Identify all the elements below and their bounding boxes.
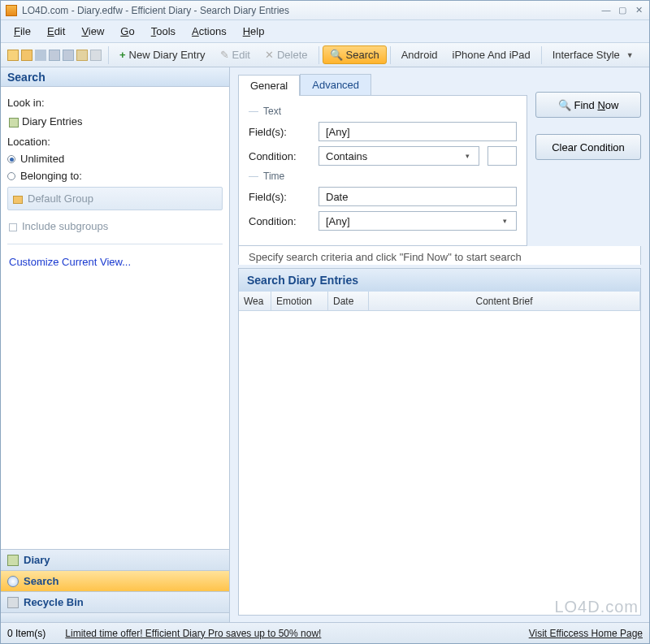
- radio-icon: [7, 172, 15, 180]
- text-condition-select[interactable]: Contains▾: [318, 146, 479, 166]
- nav-recycle[interactable]: Recycle Bin: [1, 591, 229, 612]
- radio-belonging[interactable]: Belonging to:: [7, 170, 223, 182]
- col-content[interactable]: Content Brief: [369, 292, 640, 310]
- chevron-down-icon: ▾: [466, 152, 472, 160]
- toolbar-quick-icons: [4, 50, 105, 61]
- radio-unlimited[interactable]: Unlimited: [7, 153, 223, 165]
- interface-style-dropdown[interactable]: Interface Style▼: [545, 45, 641, 64]
- window-title: LO4D.com - Diary.edfw - Efficient Diary …: [22, 5, 600, 16]
- text-value-input[interactable]: [488, 146, 517, 166]
- left-panel: Search Look in: Diary Entries Location: …: [1, 67, 230, 622]
- results-header: Search Diary Entries: [239, 269, 640, 292]
- menu-tools[interactable]: Tools: [145, 22, 182, 41]
- location-label: Location:: [7, 136, 223, 148]
- checkbox-icon: [9, 223, 17, 231]
- delete-button: ✕Delete: [258, 45, 315, 64]
- col-date[interactable]: Date: [328, 292, 369, 310]
- search-button[interactable]: 🔍Search: [323, 45, 387, 64]
- delete-icon: ✕: [265, 49, 274, 61]
- time-fields-select[interactable]: Date: [318, 187, 517, 206]
- iphone-button[interactable]: iPhone And iPad: [445, 45, 538, 64]
- status-offer-link[interactable]: Limited time offer! Efficient Diary Pro …: [65, 628, 321, 639]
- results-body: [239, 311, 640, 615]
- tab-general[interactable]: General: [238, 75, 300, 96]
- sep-icon: [35, 50, 46, 61]
- col-weather[interactable]: Wea: [239, 292, 271, 310]
- results-columns: Wea Emotion Date Content Brief: [239, 292, 640, 311]
- new-diary-entry-button[interactable]: +New Diary Entry: [112, 45, 213, 64]
- radio-icon: [7, 155, 15, 163]
- minimize-button[interactable]: —: [600, 6, 612, 15]
- menubar: File Edit View Go Tools Actions Help: [1, 20, 649, 43]
- close-button[interactable]: ✕: [633, 6, 644, 15]
- instruction-text: Specify search criteria and click "Find …: [238, 246, 641, 265]
- time-condition-label: Condition:: [249, 215, 310, 227]
- menu-go[interactable]: Go: [114, 22, 141, 41]
- text-fields-label: Field(s):: [249, 126, 310, 138]
- toolbar: +New Diary Entry ✎Edit ✕Delete 🔍Search A…: [1, 43, 649, 67]
- nav-search[interactable]: Search: [1, 570, 229, 591]
- nav-list: Diary Search Recycle Bin: [1, 549, 229, 622]
- back-icon[interactable]: [49, 50, 60, 61]
- col-emotion[interactable]: Emotion: [271, 292, 328, 310]
- menu-help[interactable]: Help: [236, 22, 271, 41]
- edit-button: ✎Edit: [213, 45, 258, 64]
- results-block: Search Diary Entries Wea Emotion Date Co…: [238, 268, 641, 616]
- look-in-value[interactable]: Diary Entries: [7, 112, 223, 131]
- text-fields-select[interactable]: [Any]: [318, 122, 517, 141]
- magnifier-icon: 🔍: [330, 49, 343, 61]
- titlebar: LO4D.com - Diary.edfw - Efficient Diary …: [1, 1, 649, 20]
- look-in-label: Look in:: [7, 97, 223, 109]
- statusbar: 0 Item(s) Limited time offer! Efficient …: [1, 622, 649, 643]
- diary-icon: [7, 555, 19, 566]
- forward-icon[interactable]: [63, 50, 74, 61]
- menu-edit[interactable]: Edit: [41, 22, 72, 41]
- menu-actions[interactable]: Actions: [185, 22, 233, 41]
- include-subgroups-checkbox: Include subgroups: [7, 217, 223, 236]
- time-section-label: Time: [249, 171, 517, 182]
- time-condition-select[interactable]: [Any]▾: [318, 211, 517, 231]
- right-panel: General Advanced Text Field(s): [Any] Co…: [230, 67, 649, 622]
- plus-icon: +: [119, 49, 126, 61]
- new-file-icon[interactable]: [7, 50, 19, 61]
- app-icon: [6, 5, 17, 16]
- pencil-icon: ✎: [220, 49, 229, 61]
- find-now-button[interactable]: 🔍Find Now: [535, 92, 641, 118]
- android-button[interactable]: Android: [394, 45, 445, 64]
- group-selector: Default Group: [7, 187, 223, 210]
- print-icon[interactable]: [76, 50, 88, 61]
- tab-advanced[interactable]: Advanced: [300, 74, 371, 95]
- chevron-down-icon: ▼: [626, 51, 634, 59]
- folder-icon: [13, 196, 23, 204]
- maximize-button[interactable]: ▢: [617, 6, 628, 15]
- time-fields-label: Field(s):: [249, 191, 310, 203]
- open-icon[interactable]: [21, 50, 32, 61]
- menu-file[interactable]: File: [7, 22, 37, 41]
- nav-collapse-bar[interactable]: [1, 612, 229, 622]
- nav-diary[interactable]: Diary: [1, 549, 229, 570]
- text-section-label: Text: [249, 106, 517, 117]
- left-panel-header: Search: [1, 67, 229, 87]
- clear-condition-button[interactable]: Clear Condition: [535, 134, 641, 160]
- customize-view-link[interactable]: Customize Current View...: [7, 253, 223, 271]
- search-icon: [7, 576, 19, 587]
- book-icon: [9, 118, 19, 128]
- watermark: LO4D.com: [554, 598, 639, 616]
- chevron-down-icon: ▾: [503, 217, 509, 225]
- magnifier-icon: 🔍: [558, 99, 571, 111]
- status-visit-link[interactable]: Visit Efficcess Home Page: [529, 628, 643, 639]
- recycle-icon: [7, 597, 19, 608]
- criteria-body: Text Field(s): [Any] Condition: Contains…: [238, 95, 527, 246]
- paste-icon[interactable]: [90, 50, 102, 61]
- menu-view[interactable]: View: [75, 22, 110, 41]
- status-item-count: 0 Item(s): [7, 628, 46, 639]
- text-condition-label: Condition:: [249, 150, 310, 162]
